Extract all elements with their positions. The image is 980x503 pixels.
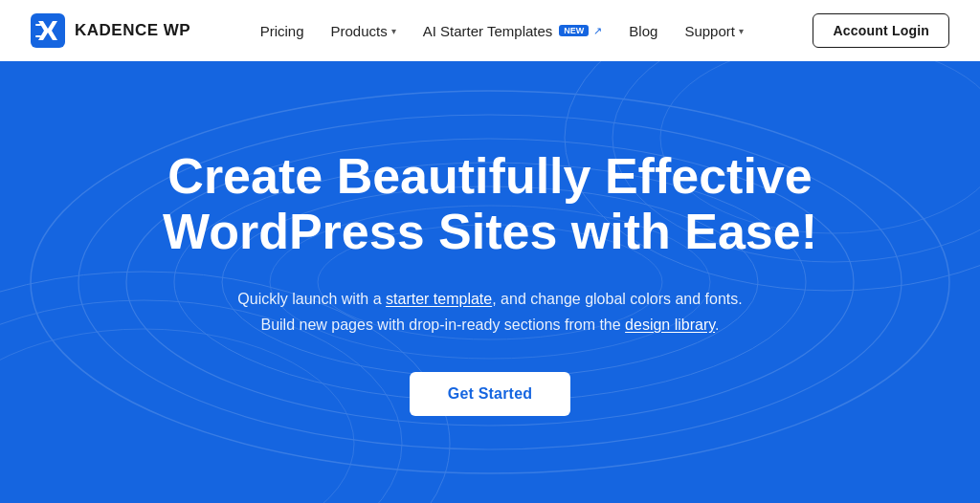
logo-icon — [31, 13, 65, 48]
subtitle-text-3: Build new pages with drop-in-ready secti… — [260, 317, 625, 333]
nav-pricing[interactable]: Pricing — [260, 23, 304, 39]
nav-support[interactable]: Support ▾ — [684, 23, 744, 39]
new-badge: New — [559, 25, 589, 36]
subtitle-text-4: . — [715, 317, 719, 333]
hero-background-topo — [0, 61, 980, 503]
site-header: KADENCE WP Pricing Products ▾ AI Starter… — [0, 0, 980, 61]
design-library-link[interactable]: design library — [625, 317, 715, 333]
nav-products[interactable]: Products ▾ — [331, 23, 396, 39]
nav-blog[interactable]: Blog — [629, 23, 657, 39]
hero-title: Create Beautifully Effective WordPress S… — [98, 148, 882, 259]
main-nav: Pricing Products ▾ AI Starter Templates … — [260, 23, 744, 39]
subtitle-text-2: , and change global colors and fonts. — [492, 291, 743, 307]
products-chevron-icon: ▾ — [391, 26, 396, 36]
svg-point-10 — [0, 329, 354, 503]
external-link-icon: ↗ — [593, 25, 602, 37]
hero-section: Create Beautifully Effective WordPress S… — [0, 61, 980, 503]
logo-text: KADENCE WP — [75, 21, 190, 40]
account-login-button[interactable]: Account Login — [813, 13, 949, 48]
support-chevron-icon: ▾ — [739, 26, 744, 36]
nav-ai-starter-templates[interactable]: AI Starter Templates New ↗ — [423, 23, 603, 39]
hero-subtitle: Quickly launch with a starter template, … — [237, 286, 742, 338]
starter-template-link[interactable]: starter template — [386, 291, 492, 307]
get-started-button[interactable]: Get Started — [410, 372, 570, 416]
logo[interactable]: KADENCE WP — [31, 13, 190, 48]
subtitle-text-1: Quickly launch with a — [237, 291, 386, 307]
